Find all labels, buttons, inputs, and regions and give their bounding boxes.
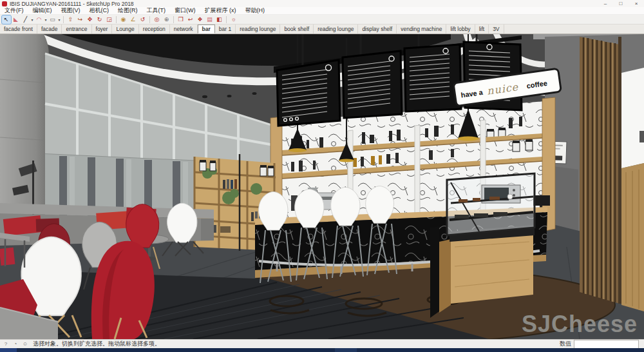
tab-display-shelf[interactable]: display shelf (358, 24, 397, 34)
rectangle-tool[interactable]: ▭ (48, 15, 57, 24)
tab-lift[interactable]: lift (475, 24, 489, 34)
tab-bar[interactable]: bar (198, 24, 215, 34)
tab-entrance[interactable]: entrance (62, 24, 91, 34)
menu-bar: 文件(F) 编辑(E) 视图(V) 相机(C) 绘图(R) 工具(T) 窗口(W… (0, 7, 644, 15)
toolbar-separator (149, 16, 150, 23)
move-tool[interactable]: ✥ (86, 15, 95, 24)
wood-slats (580, 37, 620, 304)
tab-vending-machine[interactable]: vending machine (397, 24, 446, 34)
shadows-tool[interactable]: ☼ (229, 15, 238, 24)
menu-tools[interactable]: 工具(T) (142, 6, 171, 15)
menu-draw[interactable]: 绘图(R) (113, 6, 142, 15)
right-opening (618, 37, 644, 311)
measurements-label: 数值 (560, 340, 571, 348)
scale-tool[interactable]: ◲ (105, 15, 114, 24)
menu-camera[interactable]: 相机(C) (85, 6, 114, 15)
toolbar-separator (226, 16, 227, 23)
materials-tool[interactable]: ▤ (205, 15, 214, 24)
tab-lift-lobby[interactable]: lift lobby (446, 24, 475, 34)
tab-network[interactable]: network (170, 24, 198, 34)
maximize-button[interactable]: □ (613, 0, 629, 7)
chevron-down-icon[interactable]: ▾ (30, 17, 34, 22)
tab-3v[interactable]: 3V (489, 24, 504, 34)
offset-tool[interactable]: ◎ (153, 15, 162, 24)
status-geolocation-icon[interactable]: ◔ (12, 341, 19, 347)
paint-bucket-tool[interactable]: ◉ (119, 15, 128, 24)
components-tool[interactable]: ❖ (196, 15, 205, 24)
styles-tool[interactable]: ◧ (215, 15, 224, 24)
viewport-3d[interactable]: have a nuice coffee (0, 34, 644, 339)
zoom-tool[interactable]: ⊕ (162, 15, 171, 24)
tab-reception[interactable]: reception (139, 24, 170, 34)
tab-facade[interactable]: facade (37, 24, 62, 34)
tab-facade-front[interactable]: facade front (0, 24, 37, 34)
orbit-tool[interactable]: ↺ (138, 15, 147, 24)
sketchup-window: IBIS DUJIANGYAN-20161111 - SketchUp Pro … (0, 0, 644, 352)
arc-tool[interactable]: ◠ (35, 15, 44, 24)
toolbar-separator (173, 16, 174, 23)
window-title: IBIS DUJIANGYAN-20161111 - SketchUp Pro … (10, 1, 598, 7)
chevron-down-icon[interactable]: ▾ (57, 17, 61, 22)
model-scene: have a nuice coffee (0, 34, 644, 339)
taskbar-start-segment[interactable] (0, 348, 17, 352)
concrete-column (0, 34, 52, 229)
menu-view[interactable]: 视图(V) (57, 6, 85, 15)
follow-me-tool[interactable]: ↪ (76, 15, 85, 24)
tab-lounge[interactable]: Lounge (112, 24, 138, 34)
tab-bar-1[interactable]: bar 1 (215, 24, 236, 34)
menu-edit[interactable]: 编辑(E) (28, 6, 57, 15)
rotate-tool[interactable]: ↻ (95, 15, 104, 24)
push-pull-tool[interactable]: ⇧ (66, 15, 75, 24)
select-tool[interactable]: ↖ (2, 15, 11, 24)
eraser-tool[interactable]: ◣ (12, 15, 21, 24)
scene-tabs: facade front facade entrance foyer Loung… (0, 24, 644, 34)
measurements-input[interactable] (574, 340, 639, 349)
chevron-down-icon[interactable]: ▾ (44, 17, 48, 22)
menu-window[interactable]: 窗口(W) (170, 6, 200, 15)
tab-reading-lounge[interactable]: reading lounge (236, 24, 280, 34)
tab-book-shelf[interactable]: book shelf (280, 24, 314, 34)
menu-help[interactable]: 帮助(H) (241, 6, 270, 15)
line-tool[interactable]: ╱ (21, 15, 30, 24)
toolbar-separator (63, 16, 64, 23)
sketchup-logo-icon (2, 1, 7, 6)
tab-foyer[interactable]: foyer (92, 24, 113, 34)
main-toolbar: ↖ ◣ ╱ ▾ ◠ ▾ ▭ ▾ ⇧ ↪ ✥ ↻ ◲ ◉ ∠ ↺ ◎ ⊕ ❒ ↩ … (0, 15, 644, 24)
tab-reading-lounge-2[interactable]: reading lounge (314, 24, 358, 34)
status-help-icon[interactable]: ? (2, 341, 10, 347)
tape-measure-tool[interactable]: ∠ (129, 15, 138, 24)
status-profile-icon[interactable]: ☺ (21, 341, 29, 347)
previous-view-tool[interactable]: ↩ (186, 15, 195, 24)
close-button[interactable]: × (629, 0, 644, 7)
status-message: 选择对象。切换到扩充选择。拖动鼠标选择多项。 (33, 340, 560, 348)
zoom-extents-tool[interactable]: ❒ (176, 15, 185, 24)
windows-taskbar[interactable] (0, 348, 644, 352)
menu-extensions[interactable]: 扩展程序 (x) (200, 6, 241, 15)
status-bar: ? ◔ ☺ 选择对象。切换到扩充选择。拖动鼠标选择多项。 数值 (0, 339, 644, 348)
toolbar-separator (116, 16, 117, 23)
taskbar-app-segment[interactable] (335, 348, 357, 352)
minimize-button[interactable]: – (598, 0, 613, 7)
watermark: SJCheese (522, 311, 638, 337)
menu-file[interactable]: 文件(F) (0, 6, 28, 15)
